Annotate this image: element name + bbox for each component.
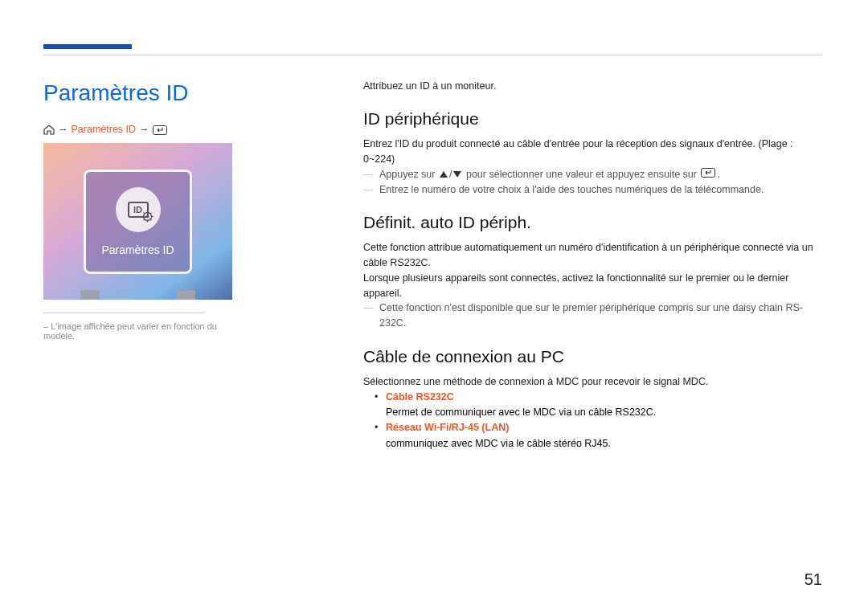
option-desc: Permet de communiquer avec le MDC via un… — [386, 407, 656, 418]
enter-icon — [153, 124, 167, 135]
breadcrumb: → Paramètres ID → — [43, 124, 232, 135]
section-note: Entrez le numéro de votre choix à l'aide… — [363, 182, 820, 198]
triangle-up-icon — [440, 167, 448, 182]
option-list: Câble RS232C Permet de communiquer avec … — [363, 390, 820, 452]
section-desc: Sélectionnez une méthode de connexion à … — [363, 374, 820, 390]
gear-icon — [141, 210, 154, 223]
page-title: Paramètres ID — [43, 80, 232, 106]
section-id-peripherique: ID périphérique Entrez l'ID du produit c… — [363, 109, 820, 197]
section-title: ID périphérique — [363, 109, 820, 129]
section-desc: Cette fonction attribue automatiquement … — [363, 240, 820, 271]
illustration-card: ID Paramètres ID — [84, 170, 192, 274]
section-note: Appuyez sur / pour sélectionner une vale… — [363, 167, 820, 182]
svg-line-8 — [150, 219, 151, 220]
list-item: Réseau Wi-Fi/RJ-45 (LAN) communiquez ave… — [386, 420, 820, 452]
arrow-icon: → — [139, 124, 149, 135]
illustration-circle: ID — [116, 187, 161, 232]
option-label: Câble RS232C — [386, 391, 454, 403]
enter-icon — [701, 167, 715, 182]
option-desc: communiquez avec MDC via le câble stéréo… — [386, 438, 611, 449]
section-cable-connexion-pc: Câble de connexion au PC Sélectionnez un… — [363, 347, 820, 452]
divider — [43, 313, 204, 313]
breadcrumb-label: Paramètres ID — [72, 124, 137, 135]
svg-line-7 — [143, 212, 144, 213]
illustration: ID Paramètres ID — [43, 143, 232, 300]
svg-line-10 — [143, 219, 144, 220]
stand-icon — [176, 290, 195, 300]
section-note: Cette fonction n'est disponible que sur … — [363, 300, 820, 331]
footnote: – L'image affichée peut varier en foncti… — [43, 321, 232, 341]
list-item: Câble RS232C Permet de communiquer avec … — [386, 390, 820, 421]
section-desc: Lorsque plusieurs appareils sont connect… — [363, 271, 820, 301]
chapter-bar — [43, 44, 132, 49]
note-text: Appuyez sur — [379, 169, 438, 180]
left-column: Paramètres ID → Paramètres ID → ID Param… — [43, 80, 232, 341]
home-icon — [43, 124, 55, 135]
svg-point-2 — [145, 215, 149, 218]
page-number: 51 — [805, 570, 822, 589]
id-badge-icon: ID — [128, 202, 149, 218]
stand-icon — [80, 290, 100, 300]
arrow-icon: → — [58, 124, 68, 135]
section-title: Définit. auto ID périph. — [363, 213, 820, 232]
section-definit-auto-id: Définit. auto ID périph. Cette fonction … — [363, 213, 820, 331]
option-label: Réseau Wi-Fi/RJ-45 (LAN) — [386, 422, 509, 433]
footnote-text: L'image affichée peut varier en fonction… — [43, 321, 217, 341]
top-rule — [43, 55, 822, 55]
triangle-down-icon — [453, 167, 461, 182]
note-text: pour sélectionner une valeur et appuyez … — [466, 169, 699, 180]
intro-text: Attribuez un ID à un moniteur. — [363, 80, 820, 92]
note-text: . — [717, 169, 719, 180]
right-column: Attribuez un ID à un moniteur. ID périph… — [363, 80, 820, 468]
svg-line-9 — [150, 212, 151, 213]
illustration-caption: Paramètres ID — [101, 243, 174, 256]
section-title: Câble de connexion au PC — [363, 347, 820, 366]
section-desc: Entrez l'ID du produit connecté au câble… — [363, 137, 820, 167]
